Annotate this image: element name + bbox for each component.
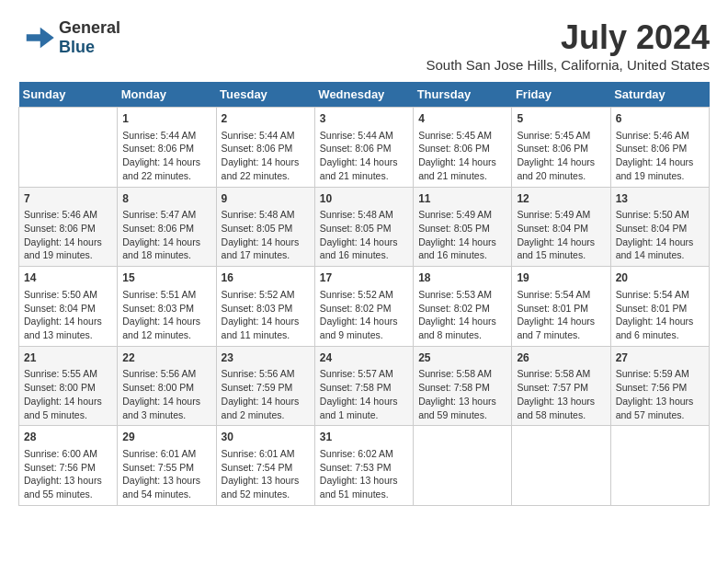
day-number: 3 bbox=[320, 111, 408, 127]
cell-content: Sunrise: 5:44 AM Sunset: 8:06 PM Dayligh… bbox=[222, 129, 310, 183]
calendar-week-row: 7Sunrise: 5:46 AM Sunset: 8:06 PM Daylig… bbox=[19, 187, 710, 267]
day-number: 11 bbox=[418, 191, 506, 207]
calendar-cell: 31Sunrise: 6:02 AM Sunset: 7:53 PM Dayli… bbox=[314, 426, 413, 506]
calendar-cell: 19Sunrise: 5:54 AM Sunset: 8:01 PM Dayli… bbox=[512, 267, 610, 347]
calendar-cell: 4Sunrise: 5:45 AM Sunset: 8:06 PM Daylig… bbox=[414, 108, 512, 188]
cell-content: Sunrise: 5:54 AM Sunset: 8:01 PM Dayligh… bbox=[517, 288, 605, 342]
calendar-table: SundayMondayTuesdayWednesdayThursdayFrid… bbox=[18, 82, 710, 506]
calendar-cell: 13Sunrise: 5:50 AM Sunset: 8:04 PM Dayli… bbox=[610, 187, 709, 267]
day-number: 25 bbox=[418, 350, 506, 366]
cell-content: Sunrise: 6:02 AM Sunset: 7:53 PM Dayligh… bbox=[320, 447, 408, 501]
logo-general: General bbox=[59, 18, 120, 37]
calendar-cell: 1Sunrise: 5:44 AM Sunset: 8:06 PM Daylig… bbox=[118, 108, 216, 188]
cell-content: Sunrise: 5:59 AM Sunset: 7:56 PM Dayligh… bbox=[616, 367, 704, 421]
logo: General Blue bbox=[18, 18, 120, 57]
day-number: 6 bbox=[616, 111, 704, 127]
cell-content: Sunrise: 5:46 AM Sunset: 8:06 PM Dayligh… bbox=[616, 129, 704, 183]
day-number: 19 bbox=[517, 270, 605, 286]
day-number: 4 bbox=[418, 111, 506, 127]
cell-content: Sunrise: 6:00 AM Sunset: 7:56 PM Dayligh… bbox=[24, 447, 112, 501]
calendar-cell: 25Sunrise: 5:58 AM Sunset: 7:58 PM Dayli… bbox=[414, 346, 512, 426]
day-number: 12 bbox=[517, 191, 605, 207]
calendar-cell: 26Sunrise: 5:58 AM Sunset: 7:57 PM Dayli… bbox=[512, 346, 610, 426]
day-number: 10 bbox=[320, 191, 408, 207]
cell-content: Sunrise: 5:56 AM Sunset: 8:00 PM Dayligh… bbox=[122, 367, 210, 421]
day-number: 31 bbox=[320, 430, 408, 445]
day-number: 16 bbox=[222, 270, 310, 286]
day-number: 22 bbox=[122, 350, 210, 366]
calendar-cell: 29Sunrise: 6:01 AM Sunset: 7:55 PM Dayli… bbox=[118, 426, 216, 506]
cell-content: Sunrise: 5:46 AM Sunset: 8:06 PM Dayligh… bbox=[24, 208, 112, 262]
cell-content: Sunrise: 5:52 AM Sunset: 8:02 PM Dayligh… bbox=[320, 288, 408, 342]
calendar-cell: 5Sunrise: 5:45 AM Sunset: 8:06 PM Daylig… bbox=[512, 108, 610, 188]
day-number: 7 bbox=[24, 191, 112, 207]
cell-content: Sunrise: 5:52 AM Sunset: 8:03 PM Dayligh… bbox=[222, 288, 310, 342]
cell-content: Sunrise: 5:45 AM Sunset: 8:06 PM Dayligh… bbox=[517, 129, 605, 183]
calendar-cell: 10Sunrise: 5:48 AM Sunset: 8:05 PM Dayli… bbox=[314, 187, 413, 267]
cell-content: Sunrise: 5:58 AM Sunset: 7:58 PM Dayligh… bbox=[418, 367, 506, 421]
logo-blue: Blue bbox=[59, 38, 95, 56]
day-header-sunday: Sunday bbox=[19, 82, 118, 108]
calendar-cell: 15Sunrise: 5:51 AM Sunset: 8:03 PM Dayli… bbox=[118, 267, 216, 347]
calendar-body: 1Sunrise: 5:44 AM Sunset: 8:06 PM Daylig… bbox=[19, 108, 710, 506]
calendar-cell bbox=[512, 426, 610, 506]
calendar-cell: 28Sunrise: 6:00 AM Sunset: 7:56 PM Dayli… bbox=[19, 426, 118, 506]
logo-icon bbox=[18, 24, 55, 52]
cell-content: Sunrise: 5:49 AM Sunset: 8:04 PM Dayligh… bbox=[517, 208, 605, 262]
calendar-cell: 12Sunrise: 5:49 AM Sunset: 8:04 PM Dayli… bbox=[512, 187, 610, 267]
calendar-cell: 18Sunrise: 5:53 AM Sunset: 8:02 PM Dayli… bbox=[414, 267, 512, 347]
day-header-thursday: Thursday bbox=[414, 82, 512, 108]
cell-content: Sunrise: 5:45 AM Sunset: 8:06 PM Dayligh… bbox=[418, 129, 506, 183]
calendar-cell: 6Sunrise: 5:46 AM Sunset: 8:06 PM Daylig… bbox=[610, 108, 709, 188]
cell-content: Sunrise: 6:01 AM Sunset: 7:55 PM Dayligh… bbox=[122, 447, 210, 501]
day-number: 28 bbox=[24, 430, 112, 445]
day-number: 8 bbox=[122, 191, 210, 207]
calendar-cell: 8Sunrise: 5:47 AM Sunset: 8:06 PM Daylig… bbox=[118, 187, 216, 267]
day-number: 2 bbox=[222, 111, 310, 127]
cell-content: Sunrise: 5:54 AM Sunset: 8:01 PM Dayligh… bbox=[616, 288, 704, 342]
day-number: 9 bbox=[222, 191, 310, 207]
cell-content: Sunrise: 5:57 AM Sunset: 7:58 PM Dayligh… bbox=[320, 367, 408, 421]
calendar-cell: 2Sunrise: 5:44 AM Sunset: 8:06 PM Daylig… bbox=[216, 108, 314, 188]
calendar-cell: 16Sunrise: 5:52 AM Sunset: 8:03 PM Dayli… bbox=[216, 267, 314, 347]
cell-content: Sunrise: 5:51 AM Sunset: 8:03 PM Dayligh… bbox=[122, 288, 210, 342]
day-header-saturday: Saturday bbox=[610, 82, 709, 108]
calendar-header-row: SundayMondayTuesdayWednesdayThursdayFrid… bbox=[19, 82, 710, 108]
header: General Blue July 2024 South San Jose Hi… bbox=[18, 18, 710, 73]
day-number: 20 bbox=[616, 270, 704, 286]
calendar-week-row: 14Sunrise: 5:50 AM Sunset: 8:04 PM Dayli… bbox=[19, 267, 710, 347]
calendar-cell: 21Sunrise: 5:55 AM Sunset: 8:00 PM Dayli… bbox=[19, 346, 118, 426]
day-number: 27 bbox=[616, 350, 704, 366]
calendar-cell: 27Sunrise: 5:59 AM Sunset: 7:56 PM Dayli… bbox=[610, 346, 709, 426]
cell-content: Sunrise: 5:55 AM Sunset: 8:00 PM Dayligh… bbox=[24, 367, 112, 421]
day-header-monday: Monday bbox=[118, 82, 216, 108]
cell-content: Sunrise: 5:56 AM Sunset: 7:59 PM Dayligh… bbox=[222, 367, 310, 421]
calendar-cell bbox=[414, 426, 512, 506]
calendar-cell: 7Sunrise: 5:46 AM Sunset: 8:06 PM Daylig… bbox=[19, 187, 118, 267]
day-number: 18 bbox=[418, 270, 506, 286]
calendar-cell: 30Sunrise: 6:01 AM Sunset: 7:54 PM Dayli… bbox=[216, 426, 314, 506]
svg-marker-0 bbox=[27, 28, 54, 49]
day-header-friday: Friday bbox=[512, 82, 610, 108]
calendar-cell bbox=[610, 426, 709, 506]
cell-content: Sunrise: 5:50 AM Sunset: 8:04 PM Dayligh… bbox=[24, 288, 112, 342]
calendar-cell: 9Sunrise: 5:48 AM Sunset: 8:05 PM Daylig… bbox=[216, 187, 314, 267]
calendar-cell: 17Sunrise: 5:52 AM Sunset: 8:02 PM Dayli… bbox=[314, 267, 413, 347]
location-title: South San Jose Hills, California, United… bbox=[427, 57, 711, 73]
day-header-tuesday: Tuesday bbox=[216, 82, 314, 108]
calendar-week-row: 28Sunrise: 6:00 AM Sunset: 7:56 PM Dayli… bbox=[19, 426, 710, 506]
day-number: 14 bbox=[24, 270, 112, 286]
cell-content: Sunrise: 5:48 AM Sunset: 8:05 PM Dayligh… bbox=[320, 208, 408, 262]
day-header-wednesday: Wednesday bbox=[314, 82, 413, 108]
day-number: 15 bbox=[122, 270, 210, 286]
cell-content: Sunrise: 6:01 AM Sunset: 7:54 PM Dayligh… bbox=[222, 447, 310, 501]
cell-content: Sunrise: 5:58 AM Sunset: 7:57 PM Dayligh… bbox=[517, 367, 605, 421]
calendar-cell: 22Sunrise: 5:56 AM Sunset: 8:00 PM Dayli… bbox=[118, 346, 216, 426]
calendar-cell: 11Sunrise: 5:49 AM Sunset: 8:05 PM Dayli… bbox=[414, 187, 512, 267]
calendar-cell: 24Sunrise: 5:57 AM Sunset: 7:58 PM Dayli… bbox=[314, 346, 413, 426]
calendar-cell bbox=[19, 108, 118, 188]
cell-content: Sunrise: 5:44 AM Sunset: 8:06 PM Dayligh… bbox=[122, 129, 210, 183]
day-number: 21 bbox=[24, 350, 112, 366]
day-number: 29 bbox=[122, 430, 210, 445]
title-area: July 2024 South San Jose Hills, Californ… bbox=[427, 18, 711, 73]
